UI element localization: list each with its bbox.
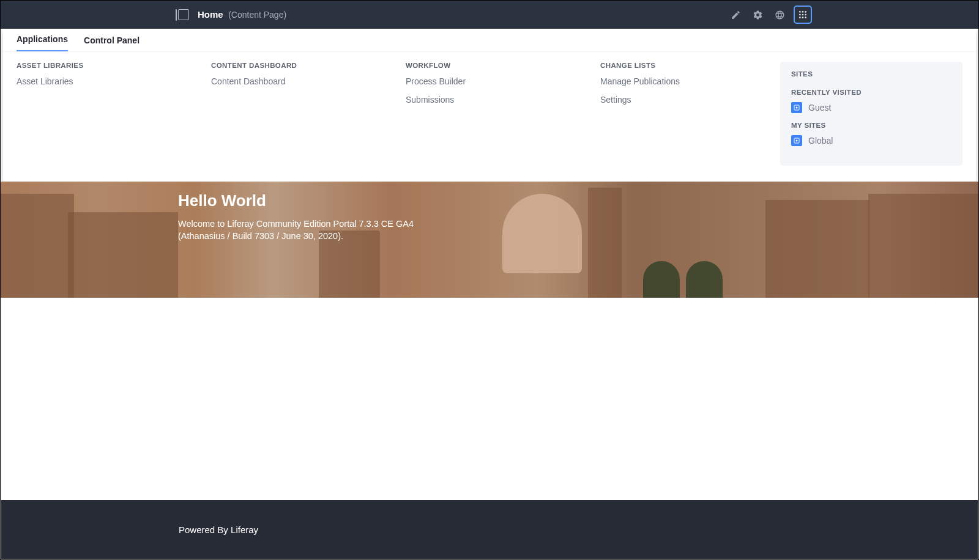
recently-visited-heading: RECENTLY VISITED bbox=[791, 89, 951, 96]
tab-control-panel[interactable]: Control Panel bbox=[84, 35, 140, 51]
global-menu-panel: Applications Control Panel ASSET LIBRARI… bbox=[3, 29, 976, 182]
col-sites: SITES RECENTLY VISITED Guest MY SITES Gl… bbox=[780, 62, 962, 166]
site-label: Guest bbox=[808, 103, 831, 112]
globe-icon[interactable] bbox=[772, 7, 787, 23]
site-item-guest[interactable]: Guest bbox=[791, 102, 951, 113]
hero-banner: Hello World Welcome to Liferay Community… bbox=[1, 182, 978, 298]
panel-tabs: Applications Control Panel bbox=[3, 29, 976, 52]
col-heading: WORKFLOW bbox=[406, 62, 590, 69]
hero-line1: Welcome to Liferay Community Edition Por… bbox=[178, 219, 414, 229]
svg-point-1 bbox=[802, 11, 804, 13]
svg-point-5 bbox=[805, 14, 806, 16]
sites-heading: SITES bbox=[791, 70, 951, 78]
col-change-lists: CHANGE LISTS Manage Publications Setting… bbox=[600, 62, 778, 166]
hero-line2: (Athanasius / Build 7303 / June 30, 2020… bbox=[178, 231, 343, 241]
svg-point-6 bbox=[799, 17, 801, 18]
panel-toggle-icon[interactable] bbox=[178, 9, 189, 20]
col-heading: ASSET LIBRARIES bbox=[17, 62, 201, 69]
hero-title: Hello World bbox=[178, 191, 978, 210]
svg-point-0 bbox=[799, 11, 801, 13]
my-sites-heading: MY SITES bbox=[791, 122, 951, 129]
col-heading: CONTENT DASHBOARD bbox=[211, 62, 396, 69]
page-title-main: Home bbox=[198, 9, 223, 20]
col-content-dashboard: CONTENT DASHBOARD Content Dashboard bbox=[211, 62, 406, 166]
hero-welcome: Welcome to Liferay Community Edition Por… bbox=[178, 218, 521, 243]
site-icon bbox=[791, 102, 802, 113]
site-icon bbox=[791, 135, 802, 146]
pencil-icon[interactable] bbox=[728, 7, 743, 23]
col-workflow: WORKFLOW Process Builder Submissions bbox=[406, 62, 600, 166]
col-asset-libraries: ASSET LIBRARIES Asset Libraries bbox=[17, 62, 211, 166]
footer: Powered By Liferay bbox=[1, 500, 978, 559]
link-asset-libraries[interactable]: Asset Libraries bbox=[17, 76, 201, 86]
link-process-builder[interactable]: Process Builder bbox=[406, 76, 590, 86]
page-title-sub: (Content Page) bbox=[228, 10, 286, 20]
svg-point-3 bbox=[799, 14, 801, 16]
link-manage-publications[interactable]: Manage Publications bbox=[600, 76, 768, 86]
page-title: Home (Content Page) bbox=[198, 9, 286, 20]
svg-point-8 bbox=[805, 17, 806, 18]
gear-icon[interactable] bbox=[750, 7, 765, 23]
col-heading: CHANGE LISTS bbox=[600, 62, 768, 69]
link-content-dashboard[interactable]: Content Dashboard bbox=[211, 76, 396, 86]
svg-point-4 bbox=[802, 14, 804, 16]
top-bar: Home (Content Page) bbox=[1, 1, 978, 29]
svg-point-2 bbox=[805, 11, 806, 13]
app-grid-button[interactable] bbox=[794, 6, 812, 24]
footer-text: Powered By Liferay bbox=[1, 525, 258, 535]
link-submissions[interactable]: Submissions bbox=[406, 95, 590, 105]
svg-point-10 bbox=[796, 107, 798, 109]
site-label: Global bbox=[808, 136, 833, 146]
site-item-global[interactable]: Global bbox=[791, 135, 951, 146]
svg-point-7 bbox=[802, 17, 804, 18]
tab-applications[interactable]: Applications bbox=[17, 34, 68, 51]
link-settings[interactable]: Settings bbox=[600, 95, 768, 105]
svg-point-12 bbox=[796, 140, 798, 142]
